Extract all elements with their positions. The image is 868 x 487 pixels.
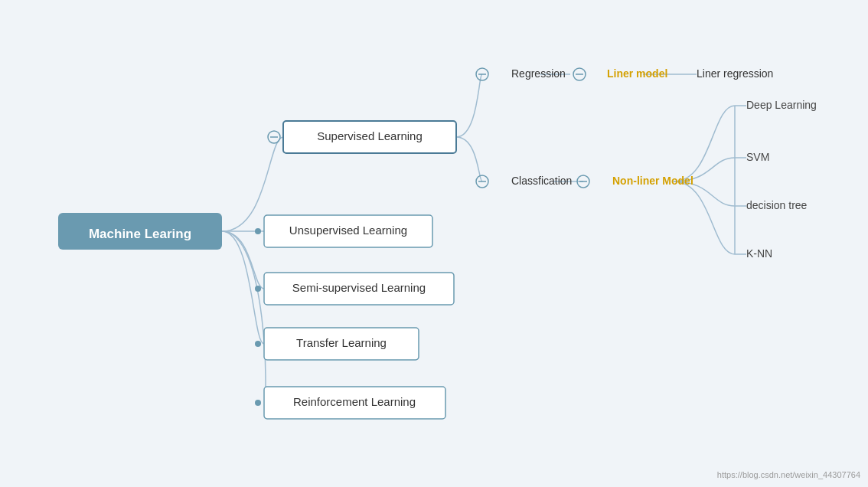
non-liner-model-label: Non-liner Model — [612, 175, 693, 187]
root-label: Machine Learing — [89, 227, 191, 241]
supervised-label: Supervised Learning — [317, 129, 423, 142]
transfer-label: Transfer Learning — [296, 336, 387, 349]
svg-point-6 — [255, 228, 261, 234]
svg-point-7 — [255, 286, 261, 292]
knn-label: K-NN — [746, 247, 772, 260]
mind-map: Machine Learing Supervised Learning Unsu… — [0, 0, 868, 487]
liner-regression-label: Liner regression — [697, 67, 773, 80]
svg-point-8 — [255, 341, 261, 347]
regression-label: Regression — [511, 67, 566, 80]
svg-point-9 — [255, 400, 261, 406]
svm-label: SVM — [746, 151, 769, 163]
watermark: https://blog.csdn.net/weixin_44307764 — [717, 470, 860, 479]
liner-model-label: Liner model — [607, 67, 667, 80]
semi-label: Semi-supervised Learning — [292, 281, 426, 294]
classification-label: Classfication — [511, 175, 572, 187]
decision-tree-label: decision tree — [746, 199, 808, 211]
deep-learning-label: Deep Learning — [746, 99, 817, 111]
unsupervised-label: Unsupervised Learning — [289, 224, 407, 237]
reinforcement-label: Reinforcement Learning — [293, 395, 416, 408]
